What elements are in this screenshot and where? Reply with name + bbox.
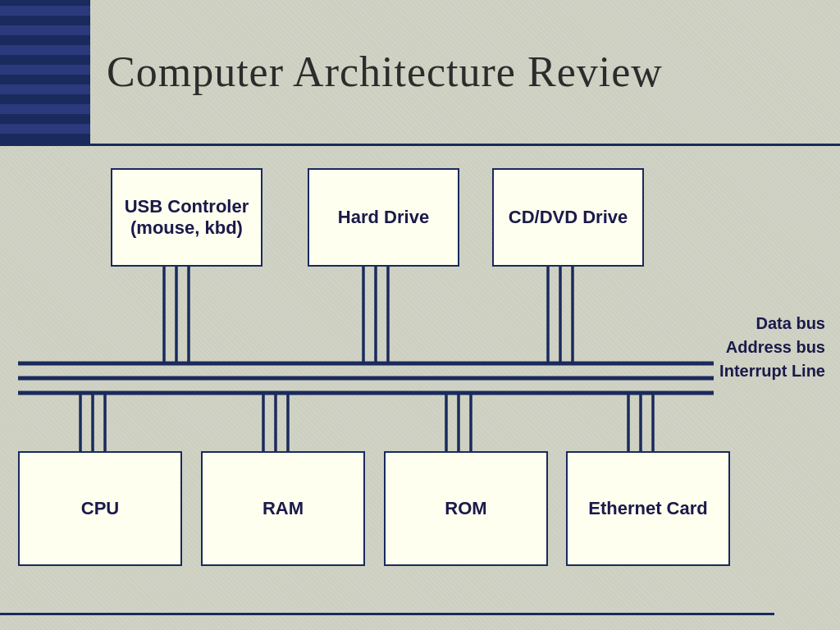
- usb-controller-box: USB Controler (mouse, kbd): [111, 168, 262, 267]
- header-divider: [0, 144, 840, 146]
- bus-labels: Data bus Address bus Interrupt Line: [719, 314, 825, 381]
- hard-drive-label: Hard Drive: [338, 207, 429, 228]
- ethernet-card-box: Ethernet Card: [566, 451, 730, 566]
- bottom-divider: [0, 613, 774, 615]
- cddvd-drive-box: CD/DVD Drive: [492, 168, 644, 267]
- ram-box: RAM: [201, 451, 365, 566]
- address-bus-label: Address bus: [719, 338, 825, 357]
- hard-drive-box: Hard Drive: [308, 168, 459, 267]
- slide: Computer Architecture Review USB Control…: [0, 0, 840, 630]
- rom-box: ROM: [384, 451, 548, 566]
- header: Computer Architecture Review: [0, 0, 840, 144]
- cpu-label: CPU: [81, 498, 119, 519]
- usb-controller-label: USB Controler (mouse, kbd): [112, 196, 261, 239]
- ethernet-card-label: Ethernet Card: [588, 498, 707, 519]
- rom-label: ROM: [445, 498, 486, 519]
- slide-title: Computer Architecture Review: [107, 48, 663, 96]
- interrupt-line-label: Interrupt Line: [719, 362, 825, 381]
- cpu-box: CPU: [18, 451, 182, 566]
- cddvd-drive-label: CD/DVD Drive: [509, 207, 628, 228]
- ram-label: RAM: [262, 498, 304, 519]
- content-area: USB Controler (mouse, kbd) Hard Drive CD…: [0, 152, 840, 630]
- data-bus-label: Data bus: [719, 314, 825, 333]
